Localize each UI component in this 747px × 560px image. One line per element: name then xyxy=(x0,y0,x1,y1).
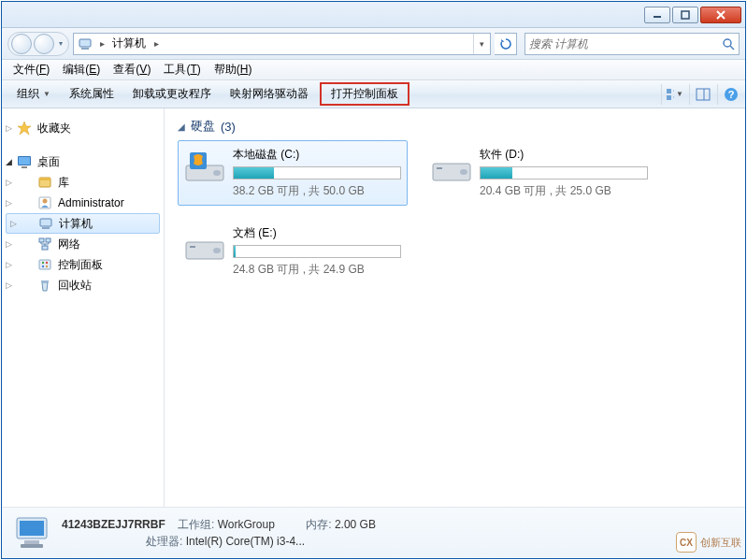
toolbar-item-1[interactable]: 卸载或更改程序 xyxy=(123,82,221,106)
sidebar-item-computer[interactable]: ▷计算机 xyxy=(6,213,160,234)
workgroup-label: 工作组: xyxy=(178,518,214,531)
drive-stats: 38.2 GB 可用 , 共 50.0 GB xyxy=(233,183,401,199)
sidebar-item-libraries[interactable]: ▷库 xyxy=(2,172,164,193)
sidebar-item-administrator[interactable]: ▷Administrator xyxy=(2,193,164,213)
breadcrumb-root-chevron[interactable]: ▸ xyxy=(96,38,108,49)
sidebar-item-control-panel[interactable]: ▷控制面板 xyxy=(2,254,164,275)
drive-usage-bar xyxy=(233,245,401,258)
chevron-right-icon[interactable]: ▷ xyxy=(6,123,12,133)
breadcrumb-chevron[interactable]: ▸ xyxy=(151,38,163,49)
svg-rect-3 xyxy=(81,48,89,50)
network-icon xyxy=(37,237,52,251)
preview-pane-button[interactable] xyxy=(689,84,711,105)
search-box[interactable] xyxy=(524,33,740,55)
svg-rect-16 xyxy=(22,166,27,168)
sidebar-item-label: 控制面板 xyxy=(58,257,103,273)
svg-point-29 xyxy=(42,266,44,267)
chevron-right-icon[interactable]: ▷ xyxy=(6,198,12,208)
svg-rect-43 xyxy=(24,540,39,544)
drive-name: 软件 (D:) xyxy=(480,147,648,163)
svg-line-5 xyxy=(730,46,734,50)
svg-rect-26 xyxy=(39,260,50,269)
menu-e[interactable]: 编辑(E) xyxy=(57,60,106,79)
drive-e[interactable]: 文档 (E:)24.8 GB 可用 , 共 24.9 GB xyxy=(178,219,408,284)
drive-stats: 20.4 GB 可用 , 共 25.0 GB xyxy=(480,183,648,199)
refresh-button[interactable] xyxy=(495,33,517,55)
svg-point-33 xyxy=(213,170,221,176)
drive-group-header[interactable]: ◢ 硬盘 (3) xyxy=(178,118,732,135)
group-title: 硬盘 xyxy=(191,118,215,135)
sidebar-item-label: 计算机 xyxy=(59,216,93,232)
menu-f[interactable]: 文件(F) xyxy=(7,60,55,79)
svg-point-20 xyxy=(43,199,48,204)
svg-rect-2 xyxy=(79,39,91,47)
drive-name: 文档 (E:) xyxy=(233,225,401,241)
sidebar-item-label: 网络 xyxy=(58,237,80,252)
drive-icon xyxy=(431,147,472,188)
address-dropdown[interactable]: ▾ xyxy=(473,34,490,54)
drive-icon xyxy=(184,225,225,266)
group-count: (3) xyxy=(221,120,236,134)
cpu-label: 处理器: xyxy=(146,535,182,548)
workgroup-value: WorkGroup xyxy=(218,518,275,531)
sidebar-item-label: 收藏夹 xyxy=(37,121,71,136)
computer-icon xyxy=(38,216,53,231)
minimize-button[interactable] xyxy=(644,7,670,23)
svg-rect-22 xyxy=(42,227,50,229)
desktop-icon xyxy=(17,154,32,169)
sidebar-item-label: 回收站 xyxy=(58,278,92,294)
command-toolbar: 组织▼ 系统属性卸载或更改程序映射网络驱动器打开控制面板 ▼ ? xyxy=(2,80,745,108)
chevron-right-icon[interactable]: ▷ xyxy=(6,280,12,290)
toolbar-organize[interactable]: 组织▼ xyxy=(7,82,60,106)
svg-rect-21 xyxy=(40,219,51,226)
history-dropdown[interactable]: ▾ xyxy=(55,39,66,48)
breadcrumb-computer[interactable]: 计算机 xyxy=(108,34,151,54)
sidebar-item-favorites[interactable]: ▷ 收藏夹 xyxy=(2,118,164,138)
menu-t[interactable]: 工具(T) xyxy=(158,60,206,79)
chevron-right-icon[interactable]: ▷ xyxy=(10,219,17,228)
cpu-value: Intel(R) Core(TM) i3-4... xyxy=(186,535,305,548)
navigation-pane: ▷ 收藏夹 ◢ 桌面 ▷库▷Administrator▷计算机▷网络▷控制面板▷… xyxy=(2,108,165,507)
svg-rect-6 xyxy=(667,89,671,93)
sidebar-item-recycle-bin[interactable]: ▷回收站 xyxy=(2,275,164,295)
sidebar-item-label: Administrator xyxy=(58,196,124,209)
svg-rect-31 xyxy=(41,280,49,282)
view-options-button[interactable]: ▼ xyxy=(661,84,683,105)
maximize-button[interactable] xyxy=(672,7,698,23)
address-bar[interactable]: ▸ 计算机 ▸ ▾ xyxy=(73,33,491,55)
forward-button[interactable] xyxy=(34,34,54,54)
search-icon[interactable] xyxy=(718,37,739,50)
chevron-right-icon[interactable]: ▷ xyxy=(6,178,12,187)
svg-point-27 xyxy=(42,262,44,264)
svg-rect-42 xyxy=(20,521,44,536)
svg-rect-7 xyxy=(667,95,671,100)
back-button[interactable] xyxy=(11,34,32,54)
toolbar-item-0[interactable]: 系统属性 xyxy=(60,82,123,106)
drive-c[interactable]: 本地磁盘 (C:)38.2 GB 可用 , 共 50.0 GB xyxy=(178,140,408,206)
sidebar-item-desktop[interactable]: ◢ 桌面 xyxy=(2,151,164,172)
navigation-bar: ▾ ▸ 计算机 ▸ ▾ xyxy=(2,28,745,60)
svg-rect-23 xyxy=(39,238,44,242)
chevron-right-icon[interactable]: ▷ xyxy=(6,239,12,249)
sidebar-item-network[interactable]: ▷网络 xyxy=(2,234,164,254)
svg-rect-44 xyxy=(21,544,43,548)
control-panel-icon xyxy=(37,257,52,272)
search-input[interactable] xyxy=(525,37,718,50)
svg-rect-40 xyxy=(190,246,195,248)
administrator-icon xyxy=(37,195,52,210)
svg-text:?: ? xyxy=(727,89,734,100)
drive-d[interactable]: 软件 (D:)20.4 GB 可用 , 共 25.0 GB xyxy=(424,140,654,206)
drive-icon xyxy=(184,147,225,188)
toolbar-item-2[interactable]: 映射网络驱动器 xyxy=(221,82,318,106)
help-button[interactable]: ? xyxy=(717,84,740,105)
chevron-right-icon[interactable]: ▷ xyxy=(6,260,12,269)
svg-rect-24 xyxy=(46,238,50,242)
svg-point-4 xyxy=(724,39,731,47)
toolbar-item-3[interactable]: 打开控制面板 xyxy=(320,82,409,106)
menu-h[interactable]: 帮助(H) xyxy=(208,60,258,79)
chevron-down-icon[interactable]: ◢ xyxy=(6,157,12,166)
menu-v[interactable]: 查看(V) xyxy=(108,60,156,79)
main-content: ◢ 硬盘 (3) 本地磁盘 (C:)38.2 GB 可用 , 共 50.0 GB… xyxy=(165,108,745,507)
svg-point-30 xyxy=(46,266,48,267)
close-button[interactable] xyxy=(700,7,741,23)
